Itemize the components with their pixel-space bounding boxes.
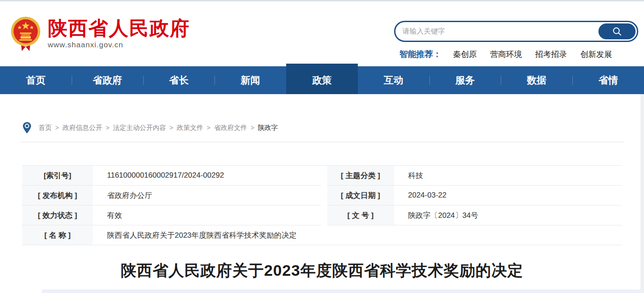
meta-row-1: [ 发布机构 ]省政府办公厅[ 成文日期 ]2024-03-22 — [22, 186, 622, 205]
meta-value-0: 116100000160002917/2024-00292 — [93, 166, 321, 186]
nav-item-4-active[interactable]: 政策 — [286, 64, 358, 94]
search-input[interactable] — [402, 23, 566, 40]
meta-gutter-1 — [321, 186, 327, 205]
meta-row-0: [索引号]116100000160002917/2024-00292[ 主题分类… — [22, 166, 622, 186]
breadcrumb-item-3[interactable]: 政策文件 — [177, 124, 203, 131]
nav-item-5[interactable]: 互动 — [358, 66, 429, 94]
meta-value2-1: 2024-03-22 — [394, 186, 622, 205]
meta-label-2: [ 效力状态 ] — [22, 205, 93, 225]
search-button[interactable] — [598, 23, 636, 39]
national-emblem-icon — [10, 16, 42, 51]
meta-label2-2: [ 文 号 ] — [327, 205, 394, 225]
meta-row-3: [ 名 称 ]陕西省人民政府关于2023年度陕西省科学技术奖励的决定 — [22, 225, 622, 245]
meta-label-1: [ 发布机构 ] — [22, 186, 93, 205]
nav-item-1[interactable]: 省政府 — [72, 66, 143, 94]
meta-label2-0: [ 主题分类 ] — [327, 166, 394, 186]
nav-item-0[interactable]: 首页 — [0, 66, 72, 94]
main-nav: 首页省政府省长新闻政策互动服务数据省情 — [0, 66, 644, 94]
location-pin-icon — [22, 122, 32, 134]
page-right-edge — [640, 94, 644, 293]
recommend-link-2[interactable]: 招考招录 — [535, 50, 567, 59]
nav-item-6[interactable]: 服务 — [429, 66, 501, 94]
breadcrumb-item-2[interactable]: 法定主动公开内容 — [113, 124, 166, 131]
meta-value-2: 有效 — [93, 205, 321, 225]
meta-gutter-2 — [321, 205, 327, 225]
breadcrumb-item-1[interactable]: 政府信息公开 — [62, 124, 102, 131]
nav-item-2[interactable]: 省长 — [143, 66, 215, 94]
meta-value2-2: 陕政字〔2024〕34号 — [394, 205, 622, 225]
smart-recommend-links: 秦创原营商环境招考招录创新发展 — [453, 49, 625, 60]
meta-label2-1: [ 成文日期 ] — [327, 186, 394, 205]
meta-label-0: [索引号] — [22, 166, 93, 186]
breadcrumb-items: 首页>政府信息公开>法定主动公开内容>政策文件>省政府文件>陕政字 — [38, 124, 278, 132]
search-icon — [612, 26, 622, 37]
meta-row-2: [ 效力状态 ]有效[ 文 号 ]陕政字〔2024〕34号 — [22, 205, 622, 225]
site-url: www.shaanxi.gov.cn — [48, 41, 190, 49]
nav-item-8[interactable]: 省情 — [572, 66, 644, 94]
article-title: 陕西省人民政府关于2023年度陕西省科学技术奖励的决定 — [0, 260, 644, 281]
breadcrumb-separator: > — [251, 124, 254, 131]
recommend-link-0[interactable]: 秦创原 — [453, 50, 477, 59]
search-box — [394, 21, 638, 42]
breadcrumb-separator: > — [55, 124, 59, 131]
breadcrumb-item-5: 陕政字 — [258, 124, 278, 131]
site-header: 陕西省人民政府 www.shaanxi.gov.cn 智能推荐： 秦创原营商环境… — [0, 1, 644, 66]
recommend-link-3[interactable]: 创新发展 — [580, 50, 612, 59]
smart-recommend-label: 智能推荐： — [399, 49, 441, 60]
meta-value-1: 省政府办公厅 — [93, 186, 321, 205]
breadcrumb-item-0[interactable]: 首页 — [38, 124, 52, 131]
meta-gutter-0 — [321, 166, 327, 186]
smart-recommend-row: 智能推荐： 秦创原营商环境招考招录创新发展 — [394, 49, 638, 60]
breadcrumb-separator: > — [207, 124, 211, 131]
search-area: 智能推荐： 秦创原营商环境招考招录创新发展 — [394, 21, 638, 60]
meta-value2-0: 科技 — [394, 166, 622, 186]
breadcrumb-separator: > — [169, 124, 173, 131]
site-name[interactable]: 陕西省人民政府 — [48, 19, 190, 39]
document-meta-table: [索引号]116100000160002917/2024-00292[ 主题分类… — [22, 165, 622, 245]
recommend-link-1[interactable]: 营商环境 — [490, 50, 522, 59]
site-title-block: 陕西省人民政府 www.shaanxi.gov.cn — [48, 16, 190, 49]
breadcrumb: 首页>政府信息公开>法定主动公开内容>政策文件>省政府文件>陕政字 — [20, 122, 624, 142]
meta-value-3: 陕西省人民政府关于2023年度陕西省科学技术奖励的决定 — [93, 225, 622, 245]
breadcrumb-item-4[interactable]: 省政府文件 — [214, 124, 247, 131]
nav-item-3[interactable]: 新闻 — [215, 66, 286, 94]
breadcrumb-separator: > — [106, 124, 109, 131]
nav-item-7[interactable]: 数据 — [501, 66, 572, 94]
content-area-edge — [42, 289, 644, 293]
meta-label-3: [ 名 称 ] — [22, 225, 93, 245]
site-logo[interactable]: 陕西省人民政府 www.shaanxi.gov.cn — [10, 16, 190, 51]
